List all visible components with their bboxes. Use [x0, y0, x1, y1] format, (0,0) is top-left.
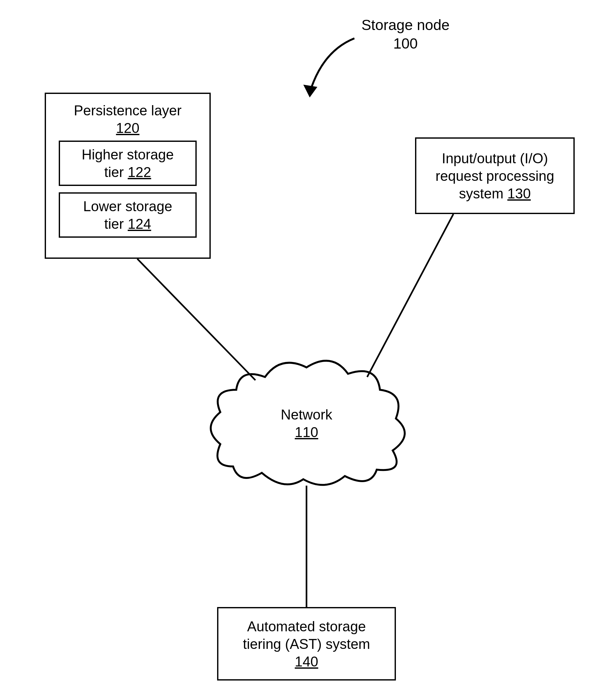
- diagram-canvas: Storage node 100 Persistence layer 120 H…: [0, 0, 613, 700]
- connector-network-to-ast: [0, 0, 613, 700]
